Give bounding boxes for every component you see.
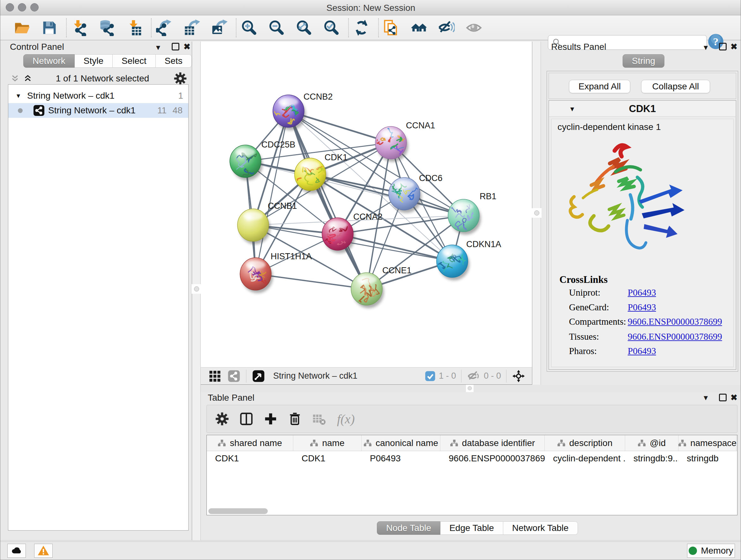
control-panel-close-icon[interactable]: ✖ (184, 42, 191, 52)
table-panel-collapse-icon[interactable]: ▾ (704, 393, 708, 402)
export-network-icon[interactable] (155, 19, 173, 37)
show-columns-icon[interactable] (238, 411, 255, 427)
crosslink-value-link[interactable]: P06493 (628, 346, 656, 356)
network-node-CCNB1[interactable]: CCNB1 (238, 201, 297, 244)
export-table-icon[interactable] (183, 19, 201, 37)
table-cell[interactable]: P06493 (361, 451, 441, 466)
table-cell[interactable]: 9606.ENSP00000378699 (441, 451, 545, 466)
tab-network[interactable]: Network (23, 54, 75, 68)
import-table-icon[interactable] (125, 19, 143, 37)
memory-button[interactable]: Memory (687, 544, 735, 558)
import-network-icon[interactable] (71, 19, 88, 37)
crosslink-value-link[interactable]: 9606.ENSP00000378699 (628, 331, 722, 342)
column-header-description[interactable]: description (545, 435, 625, 451)
column-header-name[interactable]: name (293, 435, 361, 451)
column-header--id[interactable]: @id (625, 435, 678, 451)
warnings-button[interactable] (34, 544, 53, 558)
scrollbar-thumb[interactable] (208, 508, 268, 514)
open-session-icon[interactable] (13, 19, 31, 37)
section-collapse-icon[interactable]: ▾ (570, 105, 574, 113)
results-panel-float-icon[interactable] (719, 43, 727, 51)
table-row[interactable]: CDK1CDK1P064939606.ENSP00000378699cyclin… (207, 451, 737, 466)
network-row-selected[interactable]: String Network – cdk1 11 48 (8, 103, 188, 118)
table-panel-float-icon[interactable] (719, 394, 727, 401)
tab-network-table[interactable]: Network Table (503, 521, 578, 535)
network-collection-row[interactable]: ▾ String Network – cdk1 1 (8, 88, 188, 103)
expand-all-networks-icon[interactable] (11, 74, 19, 83)
crosslink-value-link[interactable]: P06493 (628, 287, 656, 298)
tab-style[interactable]: Style (75, 54, 113, 68)
column-header-canonical-name[interactable]: canonical name (361, 435, 441, 451)
table-cell[interactable]: cyclin-dependent ... (545, 451, 625, 466)
column-header-namespace[interactable]: namespace (678, 435, 737, 451)
right-splitter[interactable] (532, 42, 541, 385)
horizontal-splitter[interactable] (201, 385, 741, 392)
crosslink-value-link[interactable]: P06493 (628, 302, 656, 313)
tab-node-table[interactable]: Node Table (377, 521, 441, 535)
results-panel-close-icon[interactable]: ✖ (731, 42, 738, 52)
table-gear-icon[interactable] (214, 411, 230, 427)
tab-sets[interactable]: Sets (156, 54, 192, 68)
zoom-selected-icon[interactable] (323, 19, 340, 37)
zoom-fit-icon[interactable] (295, 19, 313, 37)
hide-graphics-icon[interactable] (437, 19, 455, 37)
network-edge[interactable] (288, 111, 367, 289)
save-session-icon[interactable] (41, 19, 58, 37)
selected-checkbox-icon[interactable] (425, 371, 435, 381)
network-node-CCNE1[interactable]: CCNE1 (351, 266, 412, 308)
create-column-plus-icon[interactable] (262, 411, 279, 427)
zoom-out-icon[interactable] (268, 19, 286, 37)
grid-view-icon[interactable] (208, 369, 222, 383)
collapse-all-button[interactable]: Collapse All (641, 80, 710, 93)
network-graph[interactable]: CCNB2 CCNA1 CDC25B CDK1 CDC6 (201, 42, 532, 367)
cdk1-section-header[interactable]: ▾ CDK1 (549, 101, 736, 117)
share-document-icon[interactable] (383, 19, 401, 37)
table-horizontal-scrollbar[interactable] (208, 508, 735, 514)
zoom-in-icon[interactable] (240, 19, 258, 37)
network-node-HIST1H1A[interactable]: HIST1H1A (240, 252, 312, 293)
network-node-CDKN1A[interactable]: CDKN1A (436, 240, 501, 280)
results-panel-collapse-icon[interactable]: ▾ (704, 43, 708, 52)
hidden-eye-icon[interactable] (467, 369, 481, 383)
tab-edge-table[interactable]: Edge Table (441, 521, 503, 535)
left-splitter[interactable] (192, 42, 201, 540)
column-header-shared-name[interactable]: shared name (207, 435, 293, 451)
crosslink-value-link[interactable]: 9606.ENSP00000378699 (628, 316, 722, 327)
table-cell[interactable]: CDK1 (207, 451, 293, 466)
import-database-icon[interactable] (98, 19, 116, 37)
network-node-CDK1[interactable]: CDK1 (292, 152, 347, 193)
network-node-CCNB2[interactable]: CCNB2 (268, 92, 333, 130)
show-graphics-icon[interactable] (465, 19, 483, 37)
network-node-RB1[interactable]: RB1 (444, 192, 496, 235)
control-panel-float-icon[interactable] (172, 43, 179, 51)
network-node-CCNA1[interactable]: CCNA1 (375, 121, 435, 162)
left-splitter-handle[interactable] (192, 284, 201, 294)
birds-eye-view-icon[interactable] (252, 369, 266, 383)
home-networks-icon[interactable] (410, 19, 428, 37)
delete-table-icon[interactable] (311, 411, 327, 427)
table-cell[interactable]: stringdb:9... (625, 451, 678, 466)
export-image-icon[interactable] (210, 19, 228, 37)
network-edge[interactable] (256, 111, 288, 274)
node-table[interactable]: shared namenamecanonical namedatabase id… (206, 435, 738, 515)
control-panel-collapse-icon[interactable]: ▾ (156, 43, 160, 52)
network-options-gear-icon[interactable] (173, 71, 187, 85)
right-splitter-handle[interactable] (532, 208, 542, 218)
collapse-all-networks-icon[interactable] (24, 74, 31, 83)
table-cell[interactable]: stringdb (678, 451, 737, 466)
cloud-button[interactable] (7, 544, 26, 558)
column-header-database-identifier[interactable]: database identifier (441, 435, 545, 451)
tree-expand-icon[interactable]: ▾ (17, 91, 20, 100)
delete-column-trash-icon[interactable] (286, 411, 303, 427)
expand-all-button[interactable]: Expand All (569, 80, 630, 93)
tab-select[interactable]: Select (113, 54, 156, 68)
horizontal-splitter-handle[interactable] (466, 384, 474, 392)
refresh-icon[interactable] (353, 19, 370, 37)
table-cell[interactable]: CDK1 (293, 451, 361, 466)
function-builder-icon[interactable]: f(x) (337, 412, 355, 427)
share-network-icon[interactable] (227, 369, 241, 383)
tab-string[interactable]: String (623, 54, 664, 68)
network-canvas[interactable]: CCNB2 CCNA1 CDC25B CDK1 CDC6 (201, 42, 532, 367)
fit-selected-crosshair-icon[interactable] (512, 369, 526, 383)
table-panel-close-icon[interactable]: ✖ (731, 393, 738, 402)
